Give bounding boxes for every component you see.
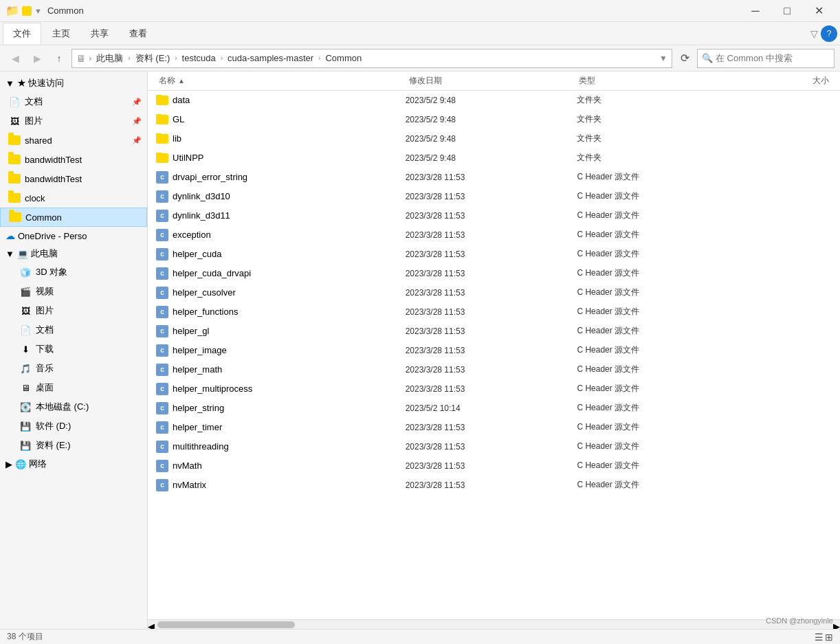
hscroll-thumb[interactable] [157,621,295,628]
sidebar-item-bandwidth2[interactable]: bandwidthTest [0,169,147,188]
table-row[interactable]: c helper_cusolver 2023/3/28 11:53 C Head… [148,283,840,302]
hscroll-right[interactable]: ▶ [833,621,840,628]
list-view-icon[interactable]: ☰ [815,632,824,643]
search-input[interactable] [716,53,831,63]
table-row[interactable]: GL 2023/5/2 9:48 文件夹 [148,110,840,129]
onedrive-header[interactable]: ☁ OneDrive - Perso [0,227,147,245]
network-header[interactable]: ▶ 🌐 网络 [0,455,147,473]
sidebar-item-3d[interactable]: 🧊 3D 对象 [0,263,147,282]
table-row[interactable]: c helper_cuda_drvapi 2023/3/28 11:53 C H… [148,264,840,283]
sidebar-item-downloads[interactable]: ⬇ 下载 [0,340,147,359]
pics-icon: 🖼 [19,304,32,317]
thispc-header[interactable]: ▼ 💻 此电脑 [0,245,147,263]
sidebar-item-drive-e[interactable]: 💾 资料 (E:) [0,436,147,455]
help-button[interactable]: ? [821,25,837,42]
c-file-icon: c [156,421,168,434]
pin-icon-2: 📌 [132,117,142,126]
file-type-cell: C Header 源文件 [571,190,743,202]
ribbon-expand-icon[interactable]: ▽ [810,28,818,39]
col-header-type[interactable]: 类型 [573,72,744,89]
path-cuda-samples[interactable]: cuda-samples-master [225,52,316,65]
col-header-date[interactable]: 修改日期 [404,72,574,89]
c-file-icon: c [156,364,168,376]
sidebar-item-clock[interactable]: clock [0,188,147,208]
table-row[interactable]: c helper_functions 2023/3/28 11:53 C Hea… [148,302,840,322]
status-bar: 38 个项目 ☰ ⊞ [0,629,840,644]
tab-home[interactable]: 主页 [43,23,80,44]
file-date-cell: 2023/3/28 11:53 [400,307,572,317]
table-row[interactable]: c dynlink_d3d11 2023/3/28 11:53 C Header… [148,206,840,225]
sidebar-item-pics[interactable]: 🖼 图片 [0,301,147,320]
table-row[interactable]: c exception 2023/3/28 11:53 C Header 源文件 [148,225,840,245]
sidebar-item-music[interactable]: 🎵 音乐 [0,359,147,378]
folder-icon [156,134,168,144]
file-name-cell: c helper_multiprocess [153,383,400,395]
forward-button[interactable]: ▶ [27,49,47,68]
up-button[interactable]: ↑ [49,49,69,68]
c-file-icon: c [156,460,168,472]
table-row[interactable]: c helper_math 2023/3/28 11:53 C Header 源… [148,360,840,379]
minimize-button[interactable]: ─ [740,0,771,22]
file-date-cell: 2023/3/28 11:53 [400,173,572,182]
table-row[interactable]: UtilNPP 2023/5/2 9:48 文件夹 [148,148,840,168]
path-testcuda[interactable]: testcuda [180,52,218,65]
col-header-name[interactable]: 名称 ▲ [153,72,404,89]
table-row[interactable]: c dynlink_d3d10 2023/3/28 11:53 C Header… [148,187,840,206]
c-file-icon: c [156,248,168,260]
table-row[interactable]: c helper_image 2023/3/28 11:53 C Header … [148,341,840,360]
col-header-size[interactable]: 大小 [744,72,835,89]
address-path[interactable]: 🖥 › 此电脑 › 资料 (E:) › testcuda › cuda-samp… [71,49,672,68]
table-row[interactable]: lib 2023/5/2 9:48 文件夹 [148,129,840,148]
table-row[interactable]: c helper_timer 2023/3/28 11:53 C Header … [148,418,840,437]
table-row[interactable]: c drvapi_error_string 2023/3/28 11:53 C … [148,168,840,187]
back-button[interactable]: ◀ [5,49,25,68]
quick-access-header[interactable]: ▼ ★ 快速访问 [0,74,147,92]
table-row[interactable]: c helper_cuda 2023/3/28 11:53 C Header 源… [148,245,840,264]
file-name-cell: c exception [153,229,400,241]
folder-icon-shared [8,135,21,145]
sidebar-item-desktop[interactable]: 🖥 桌面 [0,378,147,397]
hscroll-area[interactable]: ◀ ▶ [148,619,840,629]
hscroll-left[interactable]: ◀ [148,621,155,628]
file-type-cell: 文件夹 [571,113,743,125]
close-button[interactable]: ✕ [803,0,835,22]
sidebar-item-documents[interactable]: 📄 文档 📌 [0,92,147,111]
refresh-button[interactable]: ⟳ [675,49,694,68]
table-row[interactable]: c helper_gl 2023/3/28 11:53 C Header 源文件 [148,322,840,341]
table-row[interactable]: c multithreading 2023/3/28 11:53 C Heade… [148,437,840,456]
sidebar-item-bandwidth1[interactable]: bandwidthTest [0,150,147,169]
table-row[interactable]: c nvMatrix 2023/3/28 11:53 C Header 源文件 [148,476,840,495]
sidebar-item-video[interactable]: 🎬 视频 [0,282,147,301]
sidebar-item-pictures[interactable]: 🖼 图片 📌 [0,111,147,131]
table-row[interactable]: c helper_multiprocess 2023/3/28 11:53 C … [148,379,840,399]
file-date-cell: 2023/5/2 9:48 [400,134,572,144]
file-date-cell: 2023/3/28 11:53 [400,211,572,221]
status-right: ☰ ⊞ [815,632,833,643]
table-row[interactable]: c nvMath 2023/3/28 11:53 C Header 源文件 [148,456,840,476]
file-type-cell: C Header 源文件 [571,364,743,375]
table-row[interactable]: data 2023/5/2 9:48 文件夹 [148,91,840,110]
file-name-cell: c helper_cusolver [153,287,400,299]
path-thispc[interactable]: 此电脑 [94,51,125,66]
view-toggle[interactable]: ☰ ⊞ [815,632,833,643]
hscroll-track[interactable] [157,621,830,628]
search-box[interactable]: 🔍 [697,49,835,68]
sidebar-item-drive-c[interactable]: 💽 本地磁盘 (C:) [0,397,147,417]
sidebar-item-drive-d[interactable]: 💾 软件 (D:) [0,417,147,436]
path-common[interactable]: Common [323,52,364,65]
sidebar-item-shared[interactable]: shared 📌 [0,131,147,150]
file-type-cell: C Header 源文件 [571,383,743,395]
maximize-button[interactable]: □ [771,0,803,22]
table-row[interactable]: c helper_string 2023/5/2 10:14 C Header … [148,399,840,418]
file-date-cell: 2023/3/28 11:53 [400,269,572,278]
tab-view[interactable]: 查看 [120,23,157,44]
video-icon: 🎬 [19,285,32,298]
sidebar-item-common[interactable]: Common [0,208,147,227]
c-file-icon: c [156,344,168,357]
path-drive[interactable]: 资料 (E:) [133,51,173,66]
tab-file[interactable]: 文件 [3,23,41,44]
tab-share[interactable]: 共享 [81,23,118,44]
sidebar-item-docs[interactable]: 📄 文档 [0,320,147,340]
path-dropdown-icon[interactable]: ▼ [659,54,667,63]
grid-view-icon[interactable]: ⊞ [825,632,833,643]
